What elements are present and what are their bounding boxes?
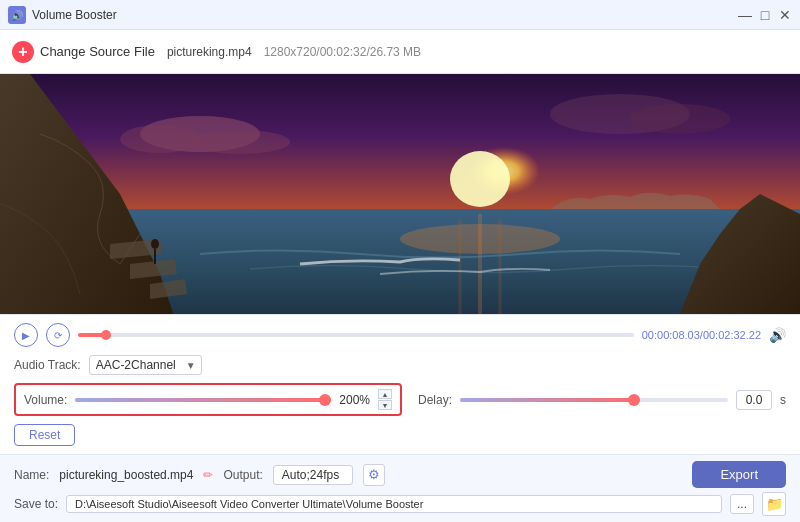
maximize-button[interactable]: □	[758, 8, 772, 22]
svg-point-6	[120, 125, 200, 153]
file-name: pictureking.mp4	[167, 45, 252, 59]
app-title: Volume Booster	[32, 8, 738, 22]
delay-slider-handle[interactable]	[628, 394, 640, 406]
delay-section: Delay: s	[418, 390, 786, 410]
svg-point-4	[450, 151, 510, 207]
volume-slider[interactable]	[75, 398, 331, 402]
svg-point-9	[630, 104, 730, 134]
open-folder-button[interactable]: 📁	[762, 492, 786, 516]
file-info: 1280x720/00:02:32/26.73 MB	[264, 45, 421, 59]
volume-percent: 200%	[339, 393, 370, 407]
name-value: pictureking_boosted.mp4	[59, 468, 193, 482]
top-bar: + Change Source File pictureking.mp4 128…	[0, 30, 800, 74]
volume-increment-button[interactable]: ▲	[378, 389, 392, 399]
output-settings-button[interactable]: ⚙	[363, 464, 385, 486]
svg-text:🔊: 🔊	[11, 9, 24, 22]
reset-row: Reset	[14, 424, 786, 446]
name-label: Name:	[14, 468, 49, 482]
time-display: 00:00:08.03/00:02:32.22	[642, 329, 761, 341]
app-icon: 🔊	[8, 6, 26, 24]
save-to-label: Save to:	[14, 497, 58, 511]
output-value: Auto;24fps	[273, 465, 353, 485]
seek-bar[interactable]	[78, 333, 634, 337]
play-button[interactable]: ▶	[14, 323, 38, 347]
volume-delay-row: Volume: 200% ▲ ▼ Delay: s	[14, 383, 786, 416]
volume-icon[interactable]: 🔊	[769, 327, 786, 343]
video-preview	[0, 74, 800, 314]
volume-section: Volume: 200% ▲ ▼	[14, 383, 402, 416]
loop-button[interactable]: ⟳	[46, 323, 70, 347]
svg-point-15	[151, 239, 159, 249]
audio-track-select[interactable]: AAC-2Channel	[89, 355, 202, 375]
audio-track-select-wrapper: AAC-2Channel ▼	[89, 355, 202, 375]
volume-spinner: ▲ ▼	[378, 389, 392, 410]
delay-slider-fill	[460, 398, 634, 402]
minimize-button[interactable]: —	[738, 8, 752, 22]
change-source-button[interactable]: + Change Source File	[12, 41, 155, 63]
delay-unit: s	[780, 393, 786, 407]
audio-track-label: Audio Track:	[14, 358, 81, 372]
change-source-label: Change Source File	[40, 44, 155, 59]
svg-point-7	[190, 130, 290, 154]
browse-button[interactable]: ...	[730, 494, 754, 514]
folder-icon: 📁	[766, 496, 783, 512]
volume-decrement-button[interactable]: ▼	[378, 400, 392, 410]
delay-label: Delay:	[418, 393, 452, 407]
audio-track-row: Audio Track: AAC-2Channel ▼	[14, 355, 786, 375]
plus-icon: +	[12, 41, 34, 63]
bottom-bar: Name: pictureking_boosted.mp4 ✏ Output: …	[0, 454, 800, 522]
output-label: Output:	[223, 468, 262, 482]
play-icon: ▶	[22, 330, 30, 341]
title-bar: 🔊 Volume Booster — □ ✕	[0, 0, 800, 30]
delay-slider[interactable]	[460, 398, 728, 402]
volume-slider-fill	[75, 398, 331, 402]
window-controls: — □ ✕	[738, 8, 792, 22]
controls-area: ▶ ⟳ 00:00:08.03/00:02:32.22 🔊 Audio Trac…	[0, 314, 800, 454]
playback-row: ▶ ⟳ 00:00:08.03/00:02:32.22 🔊	[14, 323, 786, 347]
edit-icon[interactable]: ✏	[203, 468, 213, 482]
close-button[interactable]: ✕	[778, 8, 792, 22]
seek-handle[interactable]	[101, 330, 111, 340]
output-row: Name: pictureking_boosted.mp4 ✏ Output: …	[14, 461, 786, 488]
save-path: D:\Aiseesoft Studio\Aiseesoft Video Conv…	[66, 495, 722, 513]
volume-slider-handle[interactable]	[319, 394, 331, 406]
app-container: + Change Source File pictureking.mp4 128…	[0, 30, 800, 522]
save-row: Save to: D:\Aiseesoft Studio\Aiseesoft V…	[14, 492, 786, 516]
export-button[interactable]: Export	[692, 461, 786, 488]
reset-button[interactable]: Reset	[14, 424, 75, 446]
video-canvas	[0, 74, 800, 314]
volume-label: Volume:	[24, 393, 67, 407]
loop-icon: ⟳	[54, 330, 62, 341]
delay-value-input[interactable]	[736, 390, 772, 410]
